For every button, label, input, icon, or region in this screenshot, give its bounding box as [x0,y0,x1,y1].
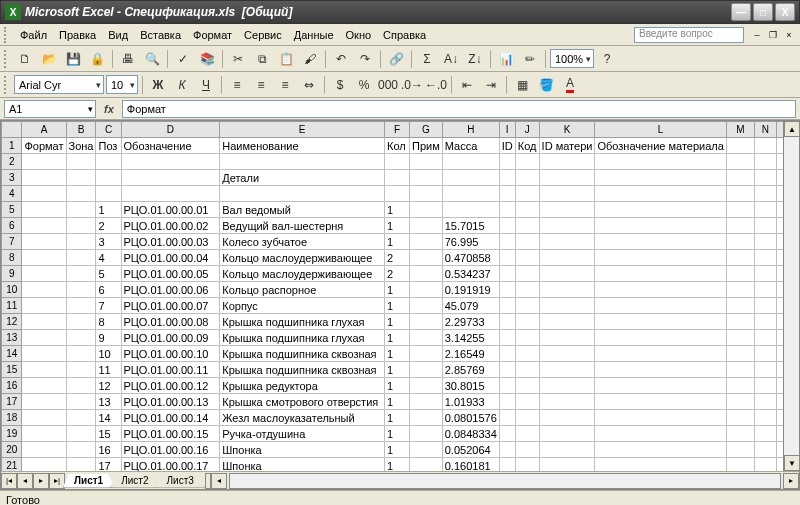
cell[interactable] [66,426,96,442]
select-all-cell[interactable] [2,122,22,138]
cell[interactable]: 15.7015 [442,218,499,234]
cell[interactable]: РЦО.01.00.00.10 [121,346,220,362]
menu-insert[interactable]: Вставка [134,27,187,43]
cell[interactable]: 45.079 [442,298,499,314]
cell[interactable]: Шпонка [220,458,385,472]
cell[interactable] [22,266,66,282]
comma-icon[interactable]: 000 [377,74,399,96]
cell[interactable] [515,282,539,298]
cell[interactable] [754,410,776,426]
cell[interactable]: 0.160181 [442,458,499,472]
cell[interactable] [754,266,776,282]
cell[interactable] [410,378,443,394]
cell[interactable] [410,298,443,314]
cell[interactable] [726,394,754,410]
cell[interactable]: ID [499,138,515,154]
column-header[interactable]: M [726,122,754,138]
cell[interactable]: 5 [96,266,121,282]
cell[interactable] [539,186,595,202]
cell[interactable] [726,330,754,346]
scroll-down-button[interactable]: ▼ [784,455,799,471]
cell[interactable]: 8 [96,314,121,330]
cell[interactable]: 0.052064 [442,442,499,458]
table-row[interactable]: 139РЦО.01.00.00.09Крышка подшипника глух… [2,330,799,346]
cell[interactable]: РЦО.01.00.00.12 [121,378,220,394]
spell-icon[interactable]: ✓ [172,48,194,70]
cell[interactable] [96,186,121,202]
cell[interactable] [754,218,776,234]
cell[interactable] [595,346,726,362]
cell[interactable]: 1 [385,314,410,330]
copy-icon[interactable]: ⧉ [251,48,273,70]
borders-icon[interactable]: ▦ [511,74,533,96]
cell[interactable] [22,234,66,250]
open-icon[interactable]: 📂 [38,48,60,70]
cell[interactable] [726,362,754,378]
cell[interactable] [754,426,776,442]
cell[interactable] [66,394,96,410]
cell[interactable]: 2.16549 [442,346,499,362]
cell[interactable]: Кольцо маслоудерживающее [220,266,385,282]
align-center-icon[interactable]: ≡ [250,74,272,96]
cell[interactable] [410,442,443,458]
cell[interactable] [539,170,595,186]
cell[interactable] [22,314,66,330]
cell[interactable] [595,426,726,442]
cell[interactable] [595,186,726,202]
table-row[interactable]: 51РЦО.01.00.00.01Вал ведомый1 [2,202,799,218]
cell[interactable]: 1 [385,378,410,394]
table-row[interactable]: 2016РЦО.01.00.00.16Шпонка10.052064 [2,442,799,458]
table-row[interactable]: 4 [2,186,799,202]
cell[interactable]: РЦО.01.00.00.03 [121,234,220,250]
column-header[interactable]: H [442,122,499,138]
cell[interactable] [22,394,66,410]
cell[interactable]: Крышка подшипника глухая [220,314,385,330]
cell[interactable]: 1 [385,458,410,472]
cell[interactable] [515,362,539,378]
cell[interactable] [515,154,539,170]
cell[interactable] [539,394,595,410]
table-row[interactable]: 1713РЦО.01.00.00.13Крышка смотрового отв… [2,394,799,410]
cell[interactable] [726,298,754,314]
row-header[interactable]: 6 [2,218,22,234]
cell[interactable] [595,218,726,234]
cell[interactable]: 0.0801576 [442,410,499,426]
row-header[interactable]: 3 [2,170,22,186]
drawing-icon[interactable]: ✏ [519,48,541,70]
cell[interactable]: РЦО.01.00.00.08 [121,314,220,330]
cell[interactable] [499,266,515,282]
cell[interactable]: 9 [96,330,121,346]
menubar-grip[interactable] [4,27,10,43]
cell[interactable] [515,330,539,346]
table-row[interactable]: 117РЦО.01.00.00.07Корпус145.079 [2,298,799,314]
underline-icon[interactable]: Ч [195,74,217,96]
cell[interactable]: 17 [96,458,121,472]
table-row[interactable]: 1915РЦО.01.00.00.15Ручка-отдушина10.0848… [2,426,799,442]
cell[interactable] [539,218,595,234]
cell[interactable] [22,202,66,218]
last-sheet-button[interactable]: ▸| [49,473,65,489]
cell[interactable]: 1 [385,298,410,314]
cell[interactable] [726,458,754,472]
row-header[interactable]: 9 [2,266,22,282]
cell[interactable] [754,362,776,378]
formula-input[interactable]: Формат [122,100,796,118]
sheet-tab-3[interactable]: Лист3 [155,474,204,488]
cell[interactable] [595,394,726,410]
cell[interactable]: Кольцо маслоудерживающее [220,250,385,266]
cell[interactable] [499,330,515,346]
cell[interactable]: 1 [385,234,410,250]
cell[interactable] [726,186,754,202]
cell[interactable]: Крышка подшипника сквозная [220,346,385,362]
chart-icon[interactable]: 📊 [495,48,517,70]
cell[interactable] [726,282,754,298]
cell[interactable]: 15 [96,426,121,442]
align-right-icon[interactable]: ≡ [274,74,296,96]
cell[interactable] [595,458,726,472]
cell[interactable] [22,250,66,266]
cell[interactable]: 1.01933 [442,394,499,410]
cell[interactable] [539,202,595,218]
new-icon[interactable]: 🗋 [14,48,36,70]
scroll-left-button[interactable]: ◂ [211,473,227,489]
cell[interactable] [66,154,96,170]
